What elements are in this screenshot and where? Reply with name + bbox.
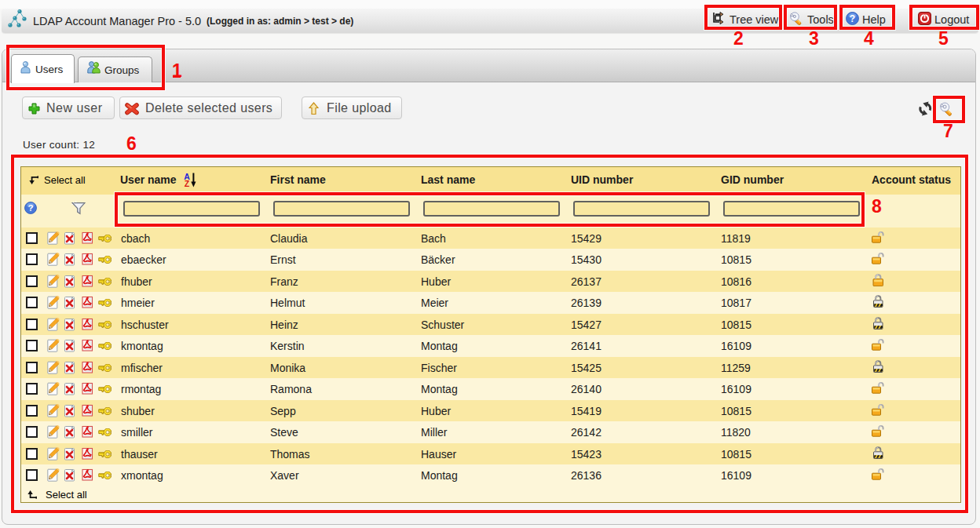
svg-text:?: ? [28,203,34,213]
svg-text:Z: Z [185,179,190,188]
